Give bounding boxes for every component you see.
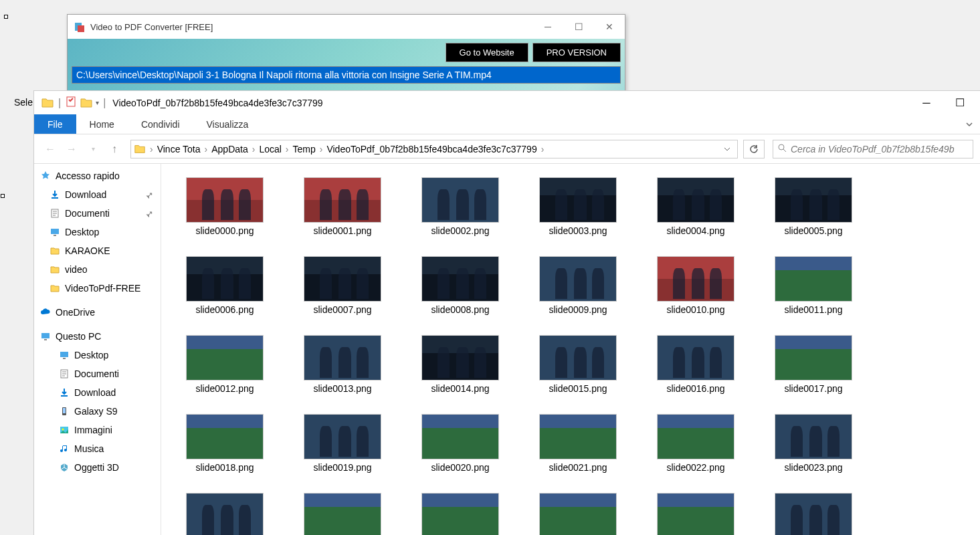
file-item[interactable]: slide0011.png (757, 256, 870, 315)
nav-item-musica[interactable]: Musica (34, 439, 161, 458)
nav-this-pc[interactable]: Questo PC (34, 327, 161, 346)
close-button[interactable]: ✕ (594, 17, 625, 37)
breadcrumb[interactable]: › Vince Tota›AppData›Local›Temp›VideoToP… (130, 140, 738, 158)
file-item[interactable]: slide0027.png (521, 493, 635, 535)
nav-item-galaxy-s9[interactable]: Galaxy S9 (34, 402, 161, 421)
minimize-button[interactable]: ─ (532, 17, 563, 37)
file-item[interactable]: slide0020.png (403, 414, 517, 473)
refresh-button[interactable] (743, 140, 765, 158)
file-item[interactable]: slide0010.png (639, 256, 753, 315)
file-item[interactable]: slide0029.png (757, 493, 870, 535)
converter-titlebar[interactable]: Video to PDF Converter [FREE] ─ ☐ ✕ (68, 15, 625, 39)
tab-share[interactable]: Condividi (128, 114, 193, 134)
ribbon-expand-icon[interactable] (959, 114, 980, 134)
thumbnail-image (421, 177, 499, 223)
tab-file[interactable]: File (34, 114, 76, 134)
nav-item-desktop[interactable]: Desktop (34, 223, 161, 241)
file-item[interactable]: slide0003.png (521, 177, 635, 236)
breadcrumb-dropdown-icon[interactable] (720, 144, 734, 154)
new-folder-icon[interactable] (80, 96, 93, 110)
properties-icon[interactable] (65, 96, 77, 110)
nav-item-documenti[interactable]: Documenti (34, 364, 161, 383)
file-item[interactable]: slide0005.png (757, 177, 870, 236)
content-pane[interactable]: slide0000.pngslide0001.pngslide0002.pngs… (161, 164, 980, 535)
nav-onedrive[interactable]: OneDrive (34, 303, 161, 322)
chevron-right-icon[interactable]: › (284, 144, 290, 154)
file-item[interactable]: slide0028.png (639, 493, 753, 535)
maximize-button[interactable]: ☐ (563, 17, 594, 37)
chevron-right-icon[interactable]: › (203, 144, 209, 154)
file-item[interactable]: slide0016.png (639, 335, 753, 394)
forward-button[interactable]: → (62, 140, 81, 158)
nav-label: Desktop (74, 350, 108, 360)
file-item[interactable]: slide0006.png (168, 256, 282, 315)
search-input[interactable] (791, 144, 969, 154)
file-item[interactable]: slide0017.png (757, 335, 870, 394)
qat-dropdown-icon[interactable]: ▾ (96, 99, 99, 106)
thumbnail-image (775, 177, 852, 223)
recent-dropdown[interactable]: ▾ (84, 140, 102, 158)
navigation-bar: ← → ▾ ↑ › Vince Tota›AppData›Local›Temp›… (34, 134, 980, 164)
file-item[interactable]: slide0025.png (286, 493, 399, 535)
explorer-titlebar[interactable]: | ▾ | VideoToPdf_0b7f2b8b15fe49bca4de3fe… (34, 91, 980, 114)
file-item[interactable]: slide0002.png (403, 177, 517, 236)
navigation-pane[interactable]: Accesso rapido DownloadDocumentiDesktopK… (34, 164, 161, 535)
thumbnail-image (539, 493, 617, 535)
star-icon (39, 170, 52, 182)
breadcrumb-item[interactable]: VideoToPdf_0b7f2b8b15fe49bca4de3fe3c7c37… (324, 144, 539, 154)
breadcrumb-item[interactable]: Local (256, 144, 284, 154)
file-name: slide0015.png (549, 383, 607, 394)
file-item[interactable]: slide0024.png (168, 493, 282, 535)
file-item[interactable]: slide0014.png (403, 335, 517, 394)
breadcrumb-item[interactable]: Vince Tota (155, 144, 203, 154)
nav-item-video[interactable]: video (34, 260, 161, 279)
file-item[interactable]: slide0013.png (286, 335, 399, 394)
file-item[interactable]: slide0021.png (521, 414, 635, 473)
breadcrumb-item[interactable]: AppData (209, 144, 250, 154)
nav-item-immagini[interactable]: Immagini (34, 421, 161, 439)
desktop-icon (49, 226, 61, 238)
qat-separator: | (103, 97, 106, 109)
nav-item-karaoke[interactable]: KARAOKE (34, 241, 161, 260)
tab-view[interactable]: Visualizza (193, 114, 262, 134)
search-box[interactable] (773, 140, 973, 158)
file-item[interactable]: slide0000.png (168, 177, 282, 236)
nav-item-download[interactable]: Download (34, 185, 161, 204)
nav-quick-access[interactable]: Accesso rapido (34, 167, 161, 185)
nav-label: Galaxy S9 (74, 406, 118, 417)
goto-website-button[interactable]: Go to Website (446, 43, 528, 62)
file-item[interactable]: slide0026.png (403, 493, 517, 535)
file-item[interactable]: slide0018.png (168, 414, 282, 473)
file-item[interactable]: slide0004.png (639, 177, 753, 236)
thumbnail-image (304, 414, 381, 459)
nav-item-desktop[interactable]: Desktop (34, 346, 161, 364)
thumbnail-image (775, 256, 852, 302)
file-item[interactable]: slide0008.png (403, 256, 517, 315)
file-item[interactable]: slide0001.png (286, 177, 399, 236)
file-item[interactable]: slide0012.png (168, 335, 282, 394)
chevron-right-icon[interactable]: › (149, 144, 155, 154)
thumbnail-image (186, 177, 264, 223)
file-item[interactable]: slide0009.png (521, 256, 635, 315)
pro-version-button[interactable]: PRO VERSION (532, 43, 621, 62)
file-item[interactable]: slide0015.png (521, 335, 635, 394)
back-button[interactable]: ← (41, 140, 60, 158)
file-item[interactable]: slide0023.png (757, 414, 870, 473)
nav-item-oggetti-3d[interactable]: Oggetti 3D (34, 458, 161, 477)
nav-label: VideoToPdf-FREE (65, 283, 140, 294)
breadcrumb-item[interactable]: Temp (290, 144, 318, 154)
file-item[interactable]: slide0019.png (286, 414, 399, 473)
nav-item-download[interactable]: Download (34, 383, 161, 402)
file-item[interactable]: slide0022.png (639, 414, 753, 473)
nav-item-documenti[interactable]: Documenti (34, 204, 161, 223)
maximize-button[interactable]: ☐ (952, 95, 968, 111)
up-button[interactable]: ↑ (105, 140, 124, 158)
file-item[interactable]: slide0007.png (286, 256, 399, 315)
filepath-input[interactable]: C:\Users\vince\Desktop\Napoli 3-1 Bologn… (72, 66, 621, 84)
nav-item-videotopdf-free[interactable]: VideoToPdf-FREE (34, 279, 161, 298)
minimize-button[interactable]: ─ (918, 95, 935, 111)
file-name: slide0017.png (784, 383, 842, 394)
tab-home[interactable]: Home (76, 114, 128, 134)
phone-icon (58, 405, 70, 417)
chevron-right-icon[interactable]: › (540, 144, 546, 154)
